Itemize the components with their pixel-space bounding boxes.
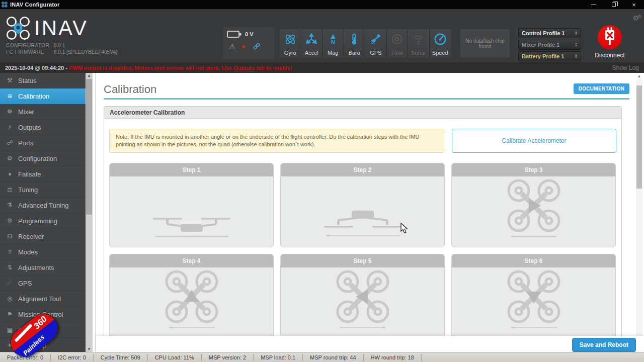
battery-status-box: 0 V ⚠ ♦: [223, 27, 274, 59]
mixer-profile-select[interactable]: Mixer Profile 1 ▲▼: [518, 40, 581, 50]
sensor-sonar[interactable]: Sonar: [408, 29, 430, 58]
gyro-icon: [284, 32, 297, 47]
spinner-arrows-icon: ▲▼: [575, 31, 578, 36]
sidebar-item-status[interactable]: ⚒Status: [0, 73, 86, 88]
sidebar-item-modes[interactable]: ≡Modes: [0, 244, 86, 260]
radio-icon: ☊: [6, 233, 14, 240]
inav-logo: INAV CONFIGURATOR8.0.1 FC FIRMWARE8.0.1 …: [5, 15, 156, 55]
sidebar-item-receiver[interactable]: ☊Receiver: [0, 229, 86, 244]
disconnect-button[interactable]: Disconnect: [594, 25, 626, 59]
pin-icon: ⚑: [6, 311, 14, 318]
title-bar: INAV Configurator ×: [0, 0, 644, 9]
window-title: INAV Configurator: [10, 2, 60, 8]
msp-version-stat: MSP version: 2: [202, 354, 254, 361]
sonar-icon: [413, 32, 425, 47]
sensor-toolbar: Gyro Accel N Mag Baro: [280, 29, 451, 58]
sidebar-item-calibration[interactable]: ⊕Calibration: [0, 88, 86, 104]
quad-level-illustration: [149, 208, 234, 240]
quad-top-arrow-right-illustration: [503, 174, 565, 240]
content-scrollbar[interactable]: [636, 79, 642, 336]
sidebar-item-label: Configuration: [18, 155, 57, 162]
sidebar-item-advanced-tuning[interactable]: ⚗Advanced Tuning: [0, 198, 86, 213]
scroll-down-icon[interactable]: ▼: [86, 347, 93, 351]
sensor-label: Mag: [328, 50, 338, 56]
screen-icon: ▦: [6, 326, 14, 333]
sidebar-item-label: Status: [18, 77, 37, 84]
speed-icon: [434, 32, 447, 47]
save-and-reboot-button[interactable]: Save and Reboot: [572, 338, 636, 352]
calibrate-accelerometer-button[interactable]: Calibrate Accelerometer: [452, 129, 616, 153]
sensor-label: Gyro: [284, 50, 296, 56]
content-scroll-thumb[interactable]: [636, 85, 642, 189]
motor-icon: ⚡: [6, 124, 14, 131]
maximize-button[interactable]: [604, 0, 624, 9]
minimize-button[interactable]: [584, 0, 604, 9]
i2c-error-stat: I2C error: 0: [51, 354, 94, 361]
settings-gears-icon[interactable]: ⚙⚙: [632, 14, 640, 22]
sidebar-item-mixer[interactable]: ☸Mixer: [0, 104, 86, 120]
sensor-flow[interactable]: Flow: [387, 29, 409, 58]
sensor-baro[interactable]: Baro: [344, 29, 366, 58]
sidebar-item-gps[interactable]: ☄GPS: [0, 276, 86, 291]
gps-icon: [370, 32, 382, 47]
step-card-6: Step 6: [451, 254, 616, 338]
sidebar-item-ports[interactable]: ☍Ports: [0, 135, 86, 151]
sidebar-scroll-thumb[interactable]: [86, 79, 92, 215]
list-icon: ≡: [6, 248, 14, 255]
sidebar-item-outputs[interactable]: ⚡Outputs: [0, 120, 86, 135]
sidebar-nav: ⚒Status ⊕Calibration ☸Mixer ⚡Outputs ☍Po…: [0, 73, 86, 352]
sensor-mag[interactable]: N Mag: [323, 29, 344, 58]
battery-profile-select[interactable]: Battery Profile 1 ▲▼: [518, 51, 581, 61]
sliders-icon: ⇅: [6, 264, 14, 271]
scroll-up-icon[interactable]: ▲: [86, 73, 93, 78]
sensor-speed[interactable]: Speed: [430, 29, 451, 58]
sidebar-item-label: Advanced Tuning: [18, 202, 68, 209]
sidebar-item-adjustments[interactable]: ⇅Adjustments: [0, 260, 86, 276]
documentation-button[interactable]: DOCUMENTATION: [574, 83, 629, 94]
sidebar-scrollbar[interactable]: ▲ ▼: [86, 73, 93, 352]
mixer-profile-value: Mixer Profile 1: [522, 42, 559, 48]
sensor-label: GPS: [370, 50, 381, 56]
gear-icon: ⚙: [6, 155, 14, 162]
flask-icon: ⚗: [6, 202, 14, 209]
sidebar-item-programming[interactable]: ⚙Programming: [0, 213, 86, 229]
sidebar-item-alignment-tool[interactable]: ◎Alignment Tool: [0, 291, 86, 307]
compass-icon: ◎: [6, 295, 14, 302]
tuning-graph-icon: ⚖: [6, 186, 14, 193]
inav-configurator-window: INAV Configurator × INAV CONFI: [0, 0, 644, 362]
quad-top-arrow-up-illustration: [160, 265, 223, 331]
svg-text:N: N: [331, 39, 335, 45]
control-profile-select[interactable]: Control Profile 1 ▲▼: [518, 28, 581, 38]
close-button[interactable]: ×: [624, 0, 644, 9]
page-title: Calibration: [104, 83, 156, 96]
content-scroll-up-icon[interactable]: ▲: [636, 74, 642, 78]
msp-load-stat: MSP load: 0.1: [254, 354, 303, 361]
step-card-4: Step 4: [109, 254, 274, 338]
status-bar: Packet error: 0 I2C error: 0 Cycle Time:…: [0, 352, 644, 362]
quad-inverted-illustration: [320, 208, 406, 240]
baro-icon: [348, 32, 360, 47]
show-log-button[interactable]: Show Log: [612, 64, 639, 71]
battery-voltage: 0 V: [245, 31, 254, 37]
sensor-label: Speed: [432, 50, 448, 56]
hw-round-trip-stat: HW round trip: 18: [364, 354, 422, 361]
app-icon: [0, 2, 9, 8]
mouse-cursor: [400, 223, 410, 236]
sidebar-item-failsafe[interactable]: ♦Failsafe: [0, 166, 86, 182]
step-label: Step 1: [110, 163, 273, 176]
control-profile-value: Control Profile 1: [522, 30, 565, 36]
outputs-tab-link[interactable]: Outputs: [233, 65, 255, 71]
sensor-gyro[interactable]: Gyro: [280, 29, 301, 58]
sensor-gps[interactable]: GPS: [365, 29, 387, 58]
sidebar-item-label: Adjustments: [18, 264, 54, 272]
sensor-label: Accel: [305, 50, 318, 56]
imu-note: Note: If the IMU is mounted in another a…: [109, 129, 444, 153]
satellite-icon: ☄: [6, 280, 14, 287]
sensor-accel[interactable]: Accel: [301, 29, 323, 58]
step-card-1: Step 1: [109, 163, 274, 247]
cpu-load-stat: CPU Load: 11%: [148, 354, 202, 361]
sidebar-item-tuning[interactable]: ⚖Tuning: [0, 182, 86, 198]
sidebar-item-configuration[interactable]: ⚙Configuration: [0, 151, 86, 166]
rotor-icon: ☸: [6, 108, 14, 115]
disconnect-label: Disconnect: [594, 52, 626, 59]
